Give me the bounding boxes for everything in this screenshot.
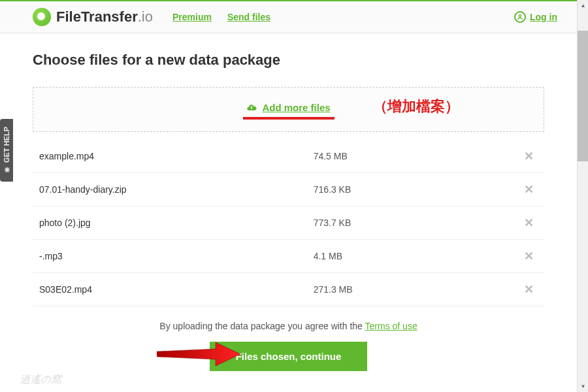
file-name: 07.01-handy-diary.zip <box>39 184 314 195</box>
nav-premium[interactable]: Premium <box>172 12 212 22</box>
remove-file-button[interactable]: ✕ <box>520 282 538 297</box>
file-list: example.mp4 74.5 MB ✕ 07.01-handy-diary.… <box>33 140 544 306</box>
annotation-text-cn: （增加檔案） <box>373 97 459 116</box>
brand-logo[interactable]: FileTransfer.io <box>33 8 153 26</box>
page-title: Choose files for a new data package <box>33 52 544 69</box>
file-size: 716.3 KB <box>314 184 520 195</box>
footer: By uploading the data package you agree … <box>33 321 544 371</box>
file-name: S03E02.mp4 <box>39 284 314 295</box>
remove-file-button[interactable]: ✕ <box>520 149 538 163</box>
user-icon <box>514 11 526 23</box>
add-more-files-link[interactable]: Add more files <box>246 102 330 113</box>
get-help-tab[interactable]: ⛯ GET HELP <box>0 119 13 182</box>
table-row: 07.01-handy-diary.zip 716.3 KB ✕ <box>33 173 544 206</box>
table-row: -.mp3 4.1 MB ✕ <box>33 240 544 273</box>
table-row: S03E02.mp4 271.3 MB ✕ <box>33 273 544 306</box>
dropzone[interactable]: Add more files （增加檔案） <box>33 87 544 132</box>
annotation-underline <box>243 117 335 120</box>
close-icon: ✕ <box>524 150 534 163</box>
add-more-label: Add more files <box>262 102 330 113</box>
terms-prefix: By uploading the data package you agree … <box>159 321 365 331</box>
vertical-scrollbar[interactable]: ▲ ▼ <box>577 0 588 392</box>
remove-file-button[interactable]: ✕ <box>520 216 538 230</box>
lifebuoy-icon: ⛯ <box>3 167 10 174</box>
close-icon: ✕ <box>524 183 534 196</box>
logo-icon <box>33 8 51 26</box>
remove-file-button[interactable]: ✕ <box>520 182 538 197</box>
login-link[interactable]: Log in <box>514 11 557 23</box>
svg-point-0 <box>519 15 521 17</box>
nav-links: Premium Send files <box>172 12 270 22</box>
file-name: photo (2).jpg <box>39 218 314 228</box>
file-size: 271.3 MB <box>314 284 520 295</box>
cloud-upload-icon <box>246 103 257 113</box>
scroll-down-arrow-icon[interactable]: ▼ <box>578 381 588 392</box>
logo-suffix: .io <box>138 8 153 25</box>
scrollbar-thumb[interactable] <box>578 31 588 161</box>
scrollbar-track[interactable] <box>578 11 588 381</box>
remove-file-button[interactable]: ✕ <box>520 249 538 263</box>
table-row: example.mp4 74.5 MB ✕ <box>33 140 544 173</box>
file-name: -.mp3 <box>39 251 314 261</box>
close-icon: ✕ <box>524 216 534 229</box>
watermark: 逍遙の窩 <box>20 373 61 387</box>
close-icon: ✕ <box>524 283 534 296</box>
close-icon: ✕ <box>524 250 534 263</box>
nav-send-files[interactable]: Send files <box>227 12 270 22</box>
table-row: photo (2).jpg 773.7 KB ✕ <box>33 206 544 240</box>
file-size: 773.7 KB <box>314 218 520 228</box>
file-size: 4.1 MB <box>314 251 520 261</box>
get-help-label: GET HELP <box>3 127 10 163</box>
annotation-arrow-icon <box>157 341 242 367</box>
file-size: 74.5 MB <box>314 151 520 161</box>
svg-marker-1 <box>157 342 240 366</box>
top-bar: FileTransfer.io Premium Send files Log i… <box>0 1 577 33</box>
terms-text: By uploading the data package you agree … <box>33 321 544 331</box>
logo-text: FileTransfer.io <box>56 8 153 25</box>
file-name: example.mp4 <box>39 151 314 161</box>
terms-of-use-link[interactable]: Terms of use <box>365 321 417 331</box>
scroll-up-arrow-icon[interactable]: ▲ <box>578 0 588 11</box>
login-label: Log in <box>530 12 557 22</box>
logo-main: FileTransfer <box>56 8 138 25</box>
